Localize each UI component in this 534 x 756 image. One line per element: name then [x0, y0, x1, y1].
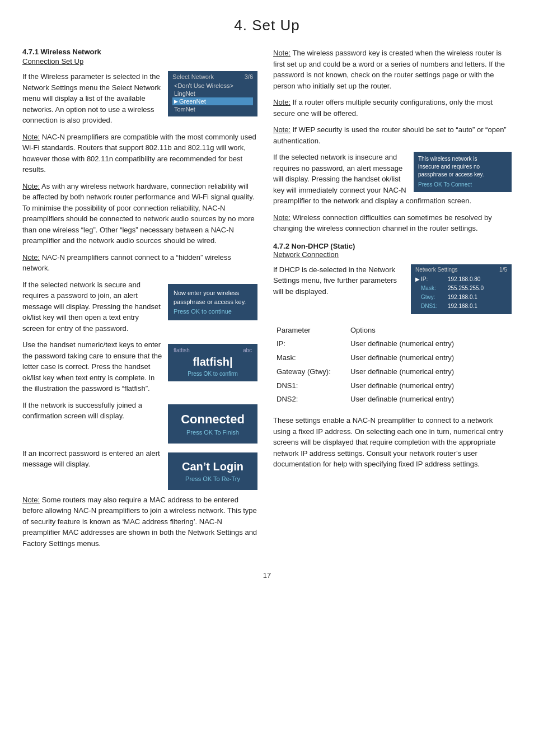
network-item-tomnet: TomNet — [172, 105, 253, 113]
connected-screen: Connected Press OK To Finish — [168, 404, 257, 444]
passphrase-line2: passphrase or access key. — [174, 298, 246, 305]
section-472-subtitle: Network Connection — [273, 250, 512, 259]
note3-keyword: Note: — [22, 253, 40, 262]
note4: Note: Some routers may also require a MA… — [22, 494, 257, 549]
note3: Note: NAC-N preamplifiers cannot connect… — [22, 252, 257, 274]
table-row: IP: User definable (numerical entry) — [274, 338, 510, 351]
connected-press-ok: Press OK To Finish — [174, 429, 252, 436]
note-r1-text: The wireless password key is created whe… — [273, 49, 505, 90]
option-dns2: User definable (numerical entry) — [348, 393, 510, 406]
note-r4-text: Wireless connection difficulties can som… — [273, 213, 492, 233]
note1: Note: NAC-N preamplifiers are compatible… — [22, 132, 257, 175]
section-471-header: 4.7.1 Wireless Network Connection Set Up — [22, 48, 257, 66]
secure-block: Now enter your wireless passphrase or ac… — [22, 279, 257, 340]
network-item-dontwireless: <Don't Use Wireless> — [172, 82, 253, 90]
option-dns1: User definable (numerical entry) — [348, 380, 510, 393]
param-dns1: DNS1: — [274, 380, 347, 393]
page-number: 17 — [22, 571, 512, 580]
table-row: Gateway (Gtwy): User definable (numerica… — [274, 366, 510, 379]
section-472-title: 4.7.2 Non-DHCP (Static) — [273, 242, 512, 250]
section-471-title: 4.7.1 Wireless Network — [22, 48, 257, 56]
param-col-header: Parameter — [274, 324, 347, 337]
table-row: DNS1: User definable (numerical entry) — [274, 380, 510, 393]
cantlogin-big-text: Can’t Login — [174, 460, 252, 473]
select-network-header: Select Network — [172, 73, 214, 80]
network-settings-row-dns1: ▶ DNS1: 192.168.0.1 — [415, 302, 507, 311]
note-r1: Note: The wireless password key is creat… — [273, 48, 512, 91]
insecure-line2: insecure and requires no — [418, 163, 507, 171]
page-title: 4. Set Up — [22, 17, 512, 34]
flatfish-screen: flatfish abc flatfish| Press OK to confi… — [168, 344, 257, 381]
note-r3-keyword: Note: — [273, 125, 291, 134]
mask-label: Mask: — [421, 284, 448, 293]
network-settings-row-mask: ▶ Mask: 255.255.255.0 — [415, 284, 507, 293]
note-r4-keyword: Note: — [273, 213, 291, 222]
intro-block: Select Network 3/6 <Don't Use Wireless> … — [22, 71, 257, 132]
note3-text: NAC-N preamplifiers cannot connect to a … — [22, 253, 231, 273]
note-r2-text: If a router offers multiple security con… — [273, 98, 493, 118]
flatfish-type: abc — [243, 347, 252, 353]
network-settings-row-gtwy: ▶ Gtwy: 192.168.0.1 — [415, 293, 507, 302]
note4-text: Some routers may also require a MAC addr… — [22, 496, 257, 548]
note-r3-text: If WEP security is used the router shoul… — [273, 125, 507, 145]
note2: Note: As with any wireless network hardw… — [22, 181, 257, 246]
ip-label: IP: — [421, 275, 448, 284]
note-r1-keyword: Note: — [273, 49, 291, 57]
network-settings-page: 1/5 — [499, 267, 507, 273]
options-col-header: Options — [348, 324, 510, 337]
note4-keyword: Note: — [22, 496, 40, 504]
passphrase-screen: Now enter your wireless passphrase or ac… — [168, 284, 257, 321]
param-ip: IP: — [274, 338, 347, 351]
note2-text: As with any wireless network hardware, c… — [22, 182, 255, 245]
cantlogin-block: Can’t Login Press OK To Re-Try If an inc… — [22, 448, 257, 494]
note1-keyword: Note: — [22, 133, 40, 141]
flatfish-press-ok: Press OK to confirm — [174, 371, 252, 377]
network-settings-header: Network Settings — [415, 267, 458, 273]
network-item-lingnet: LingNet — [172, 90, 253, 97]
select-network-box: Select Network 3/6 <Don't Use Wireless> … — [168, 71, 257, 116]
note-r2: Note: If a router offers multiple securi… — [273, 97, 512, 119]
insecure-block: This wireless network is insecure and re… — [273, 152, 512, 212]
network-item-greennet: GreenNet — [172, 97, 253, 105]
gtwy-label: Gtwy: — [421, 293, 448, 302]
mask-value: 255.255.255.0 — [448, 284, 484, 293]
right-column: Note: The wireless password key is creat… — [273, 48, 512, 554]
table-row: Mask: User definable (numerical entry) — [274, 352, 510, 365]
note-r3: Note: If WEP security is used the router… — [273, 124, 512, 146]
connected-block: Connected Press OK To Finish If the netw… — [22, 400, 257, 448]
note-r2-keyword: Note: — [273, 98, 291, 106]
option-gtwy: User definable (numerical entry) — [348, 366, 510, 379]
closing-text: These settings enable a NAC-N preamplifi… — [273, 415, 512, 470]
connected-big-text: Connected — [174, 412, 252, 427]
note1-text: NAC-N preamplifiers are compatible with … — [22, 133, 256, 174]
cantlogin-screen: Can’t Login Press OK To Re-Try — [168, 452, 257, 490]
gtwy-value: 192.168.0.1 — [448, 293, 477, 302]
section-472-header: 4.7.2 Non-DHCP (Static) Network Connecti… — [273, 242, 512, 259]
param-mask: Mask: — [274, 352, 347, 365]
flatfish-block: flatfish abc flatfish| Press OK to confi… — [22, 339, 257, 400]
param-dns2: DNS2: — [274, 393, 347, 406]
note2-keyword: Note: — [22, 182, 40, 190]
parameter-table: Parameter Options IP: User definable (nu… — [273, 323, 512, 408]
network-settings-box: Network Settings 1/5 ▶ IP: 192.168.0.80 … — [411, 264, 512, 314]
option-mask: User definable (numerical entry) — [348, 352, 510, 365]
dns1-value: 192.168.0.1 — [448, 302, 477, 311]
flatfish-big-text: flatfish| — [174, 356, 252, 368]
left-column: 4.7.1 Wireless Network Connection Set Up… — [22, 48, 257, 554]
note-r4: Note: Wireless connection difficulties c… — [273, 212, 512, 234]
insecure-alert-box: This wireless network is insecure and re… — [414, 152, 512, 192]
insecure-line1: This wireless network is — [418, 155, 507, 163]
select-network-page: 3/6 — [245, 73, 253, 80]
ip-value: 192.168.0.80 — [448, 275, 480, 284]
dns1-label: DNS1: — [421, 302, 448, 311]
param-gtwy: Gateway (Gtwy): — [274, 366, 347, 379]
passphrase-line1: Now enter your wireless — [174, 290, 239, 296]
insecure-line3: passphrase or access key. — [418, 171, 507, 179]
cantlogin-press-ok: Press OK To Re-Try — [174, 475, 252, 482]
insecure-press-ok: Press OK To Connect — [418, 181, 507, 189]
option-ip: User definable (numerical entry) — [348, 338, 510, 351]
section-471-subtitle: Connection Set Up — [22, 57, 257, 66]
flatfish-label: flatfish — [174, 347, 190, 353]
dhcp-block: Network Settings 1/5 ▶ IP: 192.168.0.80 … — [273, 264, 512, 318]
table-row: DNS2: User definable (numerical entry) — [274, 393, 510, 406]
